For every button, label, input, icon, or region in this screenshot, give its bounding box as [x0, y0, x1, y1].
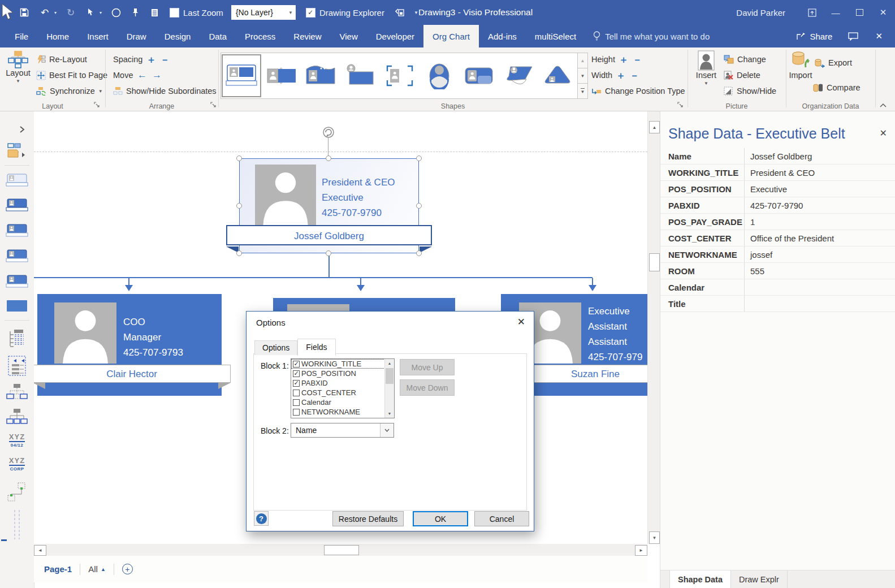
selection-handle[interactable] [326, 250, 331, 256]
maximize-button[interactable] [848, 0, 871, 25]
fields-listbox[interactable]: ✓ WORKING_TITLE ✓ POS_POSITION ✓ PABXID … [291, 358, 395, 418]
selection-handle[interactable] [236, 250, 242, 256]
close-window-button[interactable]: ✕ [871, 0, 895, 25]
field-list-item[interactable]: ✓ PABXID [291, 378, 394, 388]
org-tree-dotted-icon[interactable] [0, 383, 34, 400]
ribbon-tab[interactable]: File [6, 25, 37, 47]
panel-tab[interactable]: Draw Explr [731, 570, 788, 588]
move-down-button[interactable]: Move Down [400, 379, 455, 396]
shape-data-row[interactable]: PABXID 425-707-9790 [660, 197, 895, 214]
selection-handle[interactable] [326, 155, 331, 161]
field-list-item[interactable]: ✓ POS_POSITION [291, 369, 394, 378]
scroll-up-button[interactable]: ▲ [649, 121, 660, 133]
selection-handle[interactable] [416, 203, 422, 209]
vertical-scrollbar[interactable]: ▲ ▼ [647, 111, 660, 544]
compare-button[interactable]: Compare [813, 80, 861, 95]
import-button[interactable]: Import [786, 50, 815, 80]
xyz-ticker-icon[interactable]: XYZ04/12 [0, 433, 34, 448]
master-belt-4-icon[interactable] [0, 274, 34, 289]
move-up-button[interactable]: Move Up [400, 359, 455, 375]
gallery-more-button[interactable]: ▼ [577, 84, 588, 99]
ribbon-tab[interactable]: Review [284, 25, 330, 47]
close-panel-icon[interactable]: ✕ [880, 128, 887, 139]
height-decrease-button[interactable]: － [632, 53, 642, 66]
import-fields-icon[interactable] [0, 355, 34, 377]
move-right-button[interactable]: → [151, 70, 162, 81]
ribbon-tab[interactable]: Draw [118, 25, 155, 47]
rotation-handle[interactable] [322, 126, 335, 139]
shape-data-field-value[interactable]: Executive [744, 181, 895, 197]
horizontal-scroll-thumb[interactable] [324, 545, 359, 555]
shape-data-field-value[interactable]: jossef [744, 247, 895, 262]
field-list-item[interactable]: ✓ Calendar [291, 397, 394, 407]
shape-style-rounded-card[interactable] [460, 55, 498, 97]
shape-style-ellipse-person[interactable] [420, 55, 459, 97]
selection-handle[interactable] [236, 203, 242, 209]
close-ribbon-icon[interactable]: ✕ [875, 31, 883, 41]
field-checkbox[interactable]: ✓ [293, 380, 300, 387]
arrange-dialog-launcher[interactable] [210, 102, 217, 109]
shape-explorer-icon[interactable] [392, 3, 407, 21]
master-belt-light-icon[interactable] [0, 173, 34, 188]
shape-data-row[interactable]: Calendar [660, 279, 895, 296]
tree-list-icon[interactable] [0, 329, 34, 348]
show-hide-subordinates-button[interactable]: Show/Hide Subordinates [113, 84, 217, 98]
field-checkbox[interactable]: ✓ [293, 409, 300, 416]
shape-data-field-value[interactable]: President & CEO [744, 165, 895, 180]
shape-data-row[interactable]: Title [660, 296, 895, 312]
width-increase-button[interactable]: ＋ [616, 69, 626, 82]
ribbon-tab[interactable]: Insert [78, 25, 118, 47]
field-list-item[interactable]: ✓ WORKING_TITLE [291, 359, 394, 369]
scroll-down-button[interactable]: ▼ [649, 531, 660, 544]
share-button[interactable]: Share [796, 32, 832, 41]
ribbon-tab[interactable]: Org Chart [423, 25, 479, 47]
block2-dropdown[interactable]: Name [291, 423, 394, 438]
cancel-button[interactable]: Cancel [474, 511, 529, 526]
shape-data-row[interactable]: WORKING_TITLE President & CEO [660, 165, 895, 181]
master-belt-dark-icon[interactable] [0, 198, 34, 213]
ceo-name-belt[interactable]: Jossef Goldberg [226, 225, 432, 245]
horizontal-scrollbar[interactable]: ◄ ► [34, 544, 647, 556]
shape-style-executive-belt[interactable] [222, 54, 261, 97]
change-position-type-button[interactable]: Change Position Type [591, 84, 685, 98]
listbox-scroll-up-icon[interactable]: ▲ [385, 359, 394, 368]
best-fit-button[interactable]: Best Fit to Page [36, 68, 107, 83]
shape-data-row[interactable]: POS_PAY_GRADE 1 [660, 214, 895, 230]
spacing-decrease-button[interactable]: － [159, 53, 170, 66]
layout-dialog-launcher[interactable] [94, 102, 101, 109]
stencil-icon[interactable] [0, 142, 34, 158]
layers-icon[interactable] [147, 3, 162, 21]
coo-name-belt[interactable]: Clair Hector [34, 365, 231, 383]
connector-horizontal[interactable] [34, 277, 593, 278]
connector-ceo-down[interactable] [328, 253, 330, 278]
master-belt-3-icon[interactable] [0, 249, 34, 263]
field-list-item[interactable]: ✓ NETWORKNAME [291, 407, 394, 417]
shape-data-row[interactable]: ROOM 555 [660, 263, 895, 279]
ribbon-tab[interactable]: Developer [367, 25, 423, 47]
add-page-button[interactable]: + [122, 564, 133, 574]
restore-defaults-button[interactable]: Restore Defaults [332, 511, 404, 526]
shape-data-row[interactable]: POS_POSITION Executive [660, 181, 895, 197]
minimize-button[interactable]: — [824, 0, 848, 25]
dialog-help-button[interactable]: ? [254, 511, 269, 526]
scroll-right-button[interactable]: ► [635, 545, 647, 556]
width-decrease-button[interactable]: － [629, 69, 639, 82]
shape-data-row[interactable]: Name Jossef Goldberg [660, 148, 895, 165]
collapse-ribbon-button[interactable] [880, 103, 887, 107]
shape-style-badge-person[interactable] [341, 55, 379, 97]
dialog-close-button[interactable]: ✕ [517, 316, 525, 328]
save-icon[interactable] [17, 3, 32, 21]
pointer-mode-dropdown-icon[interactable]: ▾ [97, 10, 104, 15]
field-list-item[interactable]: ✓ COST_CENTER [291, 388, 394, 397]
shape-data-field-value[interactable]: 1 [744, 214, 895, 230]
shape-style-slant-ribbon[interactable] [499, 55, 537, 97]
master-belt-2-icon[interactable] [0, 223, 34, 238]
dialog-tab-options[interactable]: Options [254, 340, 297, 355]
tell-me-box[interactable]: Tell me what you want to do [593, 25, 710, 47]
dynamic-connector-icon[interactable] [0, 482, 34, 503]
last-zoom-checkbox[interactable] [170, 8, 179, 18]
shape-data-field-value[interactable] [744, 296, 895, 312]
field-checkbox[interactable]: ✓ [293, 370, 300, 377]
field-checkbox[interactable]: ✓ [293, 399, 300, 406]
shape-style-wave-top[interactable] [302, 55, 340, 97]
